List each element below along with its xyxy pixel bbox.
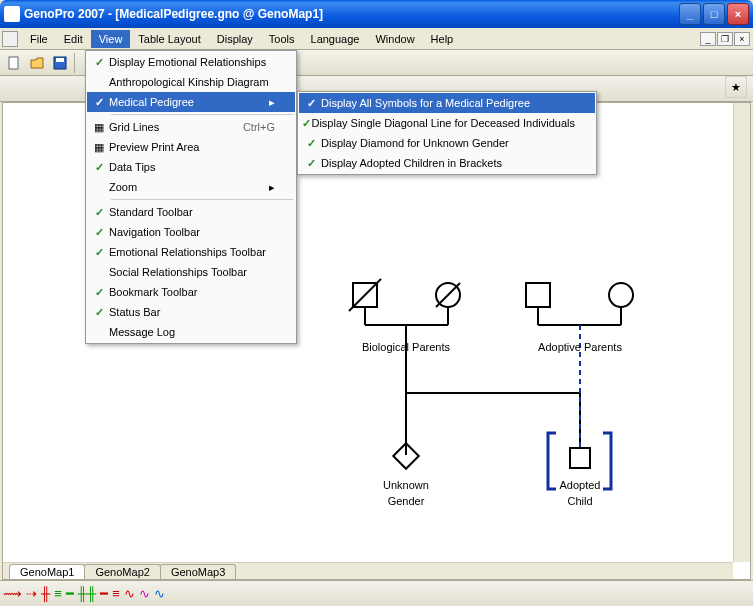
label-adopted-2: Child [567, 495, 592, 507]
bookmark-button[interactable]: ★ [725, 76, 747, 98]
menuitem-standard-toolbar[interactable]: ✓Standard Toolbar [87, 202, 295, 222]
svg-point-11 [609, 283, 633, 307]
emo-icon[interactable]: ∿ [124, 586, 135, 601]
menu-file[interactable]: File [22, 30, 56, 48]
menu-help[interactable]: Help [423, 30, 462, 48]
menu-language[interactable]: Language [303, 30, 368, 48]
emo-icon[interactable]: ⇢ [26, 586, 37, 601]
menu-edit[interactable]: Edit [56, 30, 91, 48]
menuitem-grid-lines[interactable]: ▦Grid LinesCtrl+G [87, 117, 295, 137]
label-biological-parents: Biological Parents [362, 341, 451, 353]
horizontal-scrollbar[interactable]: GenoMap1GenoMap2GenoMap3 [3, 562, 733, 579]
menubar: FileEditViewTable LayoutDisplayToolsLang… [0, 28, 753, 50]
menuitem-navigation-toolbar[interactable]: ✓Navigation Toolbar [87, 222, 295, 242]
emo-icon[interactable]: ⟿ [3, 586, 22, 601]
menuitem-zoom[interactable]: Zoom▸ [87, 177, 295, 197]
mdi-icon [2, 31, 18, 47]
menuitem-medical-pedigree[interactable]: ✓Medical Pedigree▸ [87, 92, 295, 112]
window-title: GenoPro 2007 - [MedicalPedigree.gno @ Ge… [24, 7, 679, 21]
window-buttons: _ □ × [679, 3, 749, 25]
menuitem-data-tips[interactable]: ✓Data Tips [87, 157, 295, 177]
new-button[interactable] [3, 52, 25, 74]
svg-rect-0 [9, 57, 18, 69]
emo-icon[interactable]: ━ [100, 586, 108, 601]
menuitem-social-relationships-toolbar[interactable]: Social Relationships Toolbar [87, 262, 295, 282]
maximize-button[interactable]: □ [703, 3, 725, 25]
svg-rect-19 [570, 448, 590, 468]
tab-genomap1[interactable]: GenoMap1 [9, 564, 85, 579]
tab-genomap3[interactable]: GenoMap3 [160, 564, 236, 579]
menu-tools[interactable]: Tools [261, 30, 303, 48]
menu-view[interactable]: View [91, 30, 131, 48]
menuitem-emotional-relationships-toolbar[interactable]: ✓Emotional Relationships Toolbar [87, 242, 295, 262]
tab-genomap2[interactable]: GenoMap2 [84, 564, 160, 579]
menu-window[interactable]: Window [367, 30, 422, 48]
label-unknown-1: Unknown [383, 479, 429, 491]
menuitem-display-single-diagonal-line-for-deceased-individuals[interactable]: ✓Display Single Diagonal Line for Deceas… [299, 113, 595, 133]
save-button[interactable] [49, 52, 71, 74]
label-unknown-2: Gender [388, 495, 425, 507]
label-adoptive-parents: Adoptive Parents [538, 341, 622, 353]
app-icon [4, 6, 20, 22]
emo-icon[interactable]: ╫ [41, 586, 50, 601]
minimize-button[interactable]: _ [679, 3, 701, 25]
menuitem-display-all-symbols-for-a-medical-pedigree[interactable]: ✓Display All Symbols for a Medical Pedig… [299, 93, 595, 113]
emo-icon[interactable]: ∿ [139, 586, 150, 601]
menuitem-anthropological-kinship-diagram[interactable]: Anthropological Kinship Diagram [87, 72, 295, 92]
mdi-minimize-button[interactable]: _ [700, 32, 716, 46]
menuitem-display-adopted-children-in-brackets[interactable]: ✓Display Adopted Children in Brackets [299, 153, 595, 173]
mdi-restore-button[interactable]: ❐ [717, 32, 733, 46]
emo-icon[interactable]: ━ [66, 586, 74, 601]
menuitem-display-diamond-for-unknown-gender[interactable]: ✓Display Diamond for Unknown Gender [299, 133, 595, 153]
emo-icon[interactable]: ≡ [54, 586, 62, 601]
bookmark-toolbar: ★ [725, 76, 749, 98]
close-button[interactable]: × [727, 3, 749, 25]
menuitem-status-bar[interactable]: ✓Status Bar [87, 302, 295, 322]
menuitem-bookmark-toolbar[interactable]: ✓Bookmark Toolbar [87, 282, 295, 302]
menuitem-preview-print-area[interactable]: ▦Preview Print Area [87, 137, 295, 157]
emo-icon[interactable]: ∿ [154, 586, 165, 601]
vertical-scrollbar[interactable] [733, 103, 750, 562]
emotional-toolbar: ⟿ ⇢ ╫ ≡ ━ ╫╫ ━ ≡ ∿ ∿ ∿ [0, 580, 753, 606]
mdi-close-button[interactable]: × [734, 32, 750, 46]
menuitem-display-emotional-relationships[interactable]: ✓Display Emotional Relationships [87, 52, 295, 72]
menuitem-message-log[interactable]: Message Log [87, 322, 295, 342]
mdi-window-buttons: _ ❐ × [700, 32, 753, 46]
menu-display[interactable]: Display [209, 30, 261, 48]
view-menu: ✓Display Emotional RelationshipsAnthropo… [85, 50, 297, 344]
menu-table-layout[interactable]: Table Layout [130, 30, 208, 48]
emo-icon[interactable]: ╫╫ [78, 586, 96, 601]
emo-icon[interactable]: ≡ [112, 586, 120, 601]
titlebar: GenoPro 2007 - [MedicalPedigree.gno @ Ge… [0, 0, 753, 28]
open-button[interactable] [26, 52, 48, 74]
svg-rect-2 [56, 58, 64, 62]
label-adopted-1: Adopted [560, 479, 601, 491]
svg-rect-10 [526, 283, 550, 307]
medical-pedigree-submenu: ✓Display All Symbols for a Medical Pedig… [297, 91, 597, 175]
